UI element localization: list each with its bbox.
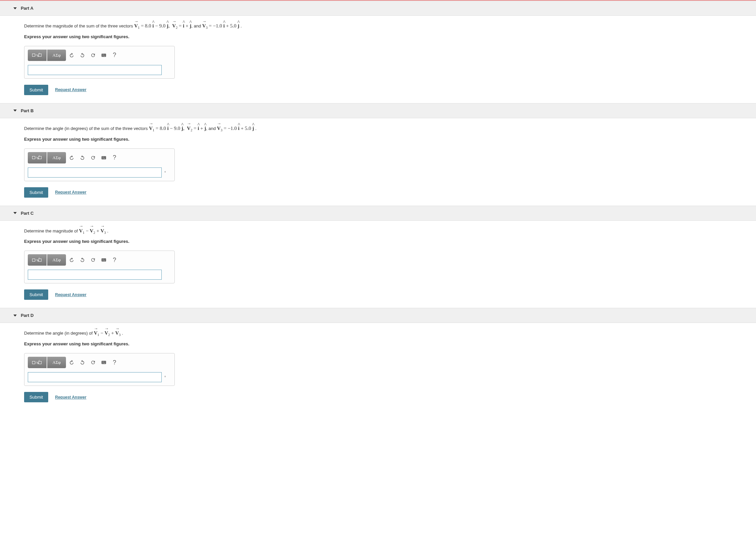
- part-d-question: Determine the angle (in degrees) of V1 −…: [24, 329, 749, 338]
- collapse-icon: [13, 212, 17, 214]
- part-d-actions: Submit Request Answer: [24, 392, 749, 402]
- keyboard-icon[interactable]: [99, 152, 109, 163]
- part-b-answer-input[interactable]: [28, 167, 162, 178]
- submit-button[interactable]: Submit: [24, 187, 48, 198]
- degree-unit: °: [164, 375, 166, 379]
- reset-icon[interactable]: [88, 50, 98, 61]
- collapse-icon: [13, 7, 17, 9]
- keyboard-icon[interactable]: [99, 357, 109, 368]
- help-icon[interactable]: ?: [109, 254, 120, 266]
- toolbar: □√ ΑΣφ ?: [28, 152, 171, 163]
- toolbar: □√ ΑΣφ ?: [28, 357, 171, 368]
- undo-icon[interactable]: [67, 152, 77, 163]
- reset-icon[interactable]: [88, 254, 98, 266]
- submit-button[interactable]: Submit: [24, 289, 48, 300]
- collapse-icon: [13, 315, 17, 317]
- degree-unit: °: [164, 171, 166, 175]
- part-a-question: Determine the magnitude of the sum of th…: [24, 22, 749, 31]
- undo-icon[interactable]: [67, 50, 77, 61]
- part-b-answer-box: □√ ΑΣφ ? °: [24, 148, 175, 181]
- part-c-answer-input[interactable]: [28, 270, 162, 280]
- part-d-instruction: Express your answer using two significan…: [24, 341, 749, 346]
- reset-icon[interactable]: [88, 357, 98, 368]
- part-a-container: Part A Determine the magnitude of the su…: [0, 1, 756, 103]
- part-d-container: Part D Determine the angle (in degrees) …: [0, 308, 756, 410]
- part-c-header[interactable]: Part C: [0, 206, 756, 221]
- part-a-actions: Submit Request Answer: [24, 85, 749, 95]
- help-icon[interactable]: ?: [109, 50, 120, 61]
- part-a-header[interactable]: Part A: [0, 1, 756, 16]
- submit-button[interactable]: Submit: [24, 85, 48, 95]
- part-d-label: Part D: [21, 313, 33, 318]
- redo-icon[interactable]: [77, 254, 87, 266]
- greek-button[interactable]: ΑΣφ: [47, 254, 66, 266]
- greek-button[interactable]: ΑΣφ: [47, 50, 66, 61]
- part-a-answer-input[interactable]: [28, 65, 162, 75]
- reset-icon[interactable]: [88, 152, 98, 163]
- keyboard-icon[interactable]: [99, 50, 109, 61]
- request-answer-link[interactable]: Request Answer: [55, 292, 86, 297]
- help-icon[interactable]: ?: [109, 357, 120, 368]
- redo-icon[interactable]: [77, 50, 87, 61]
- part-a-instruction: Express your answer using two significan…: [24, 34, 749, 39]
- templates-button[interactable]: □√: [28, 357, 47, 368]
- part-c-body: Determine the magnitude of V1 − V2 + V3 …: [0, 221, 756, 308]
- part-a-answer-box: □√ ΑΣφ ?: [24, 46, 175, 79]
- part-d-answer-box: □√ ΑΣφ ? °: [24, 353, 175, 386]
- part-c-actions: Submit Request Answer: [24, 289, 749, 300]
- part-b-body: Determine the angle (in degrees) of the …: [0, 118, 756, 206]
- part-a-body: Determine the magnitude of the sum of th…: [0, 16, 756, 103]
- help-icon[interactable]: ?: [109, 152, 120, 163]
- keyboard-icon[interactable]: [99, 254, 109, 266]
- templates-button[interactable]: □√: [28, 254, 47, 266]
- request-answer-link[interactable]: Request Answer: [55, 87, 86, 92]
- part-b-container: Part B Determine the angle (in degrees) …: [0, 103, 756, 206]
- part-a-label: Part A: [21, 6, 33, 11]
- redo-icon[interactable]: [77, 152, 87, 163]
- part-c-answer-box: □√ ΑΣφ ?: [24, 251, 175, 283]
- part-b-instruction: Express your answer using two significan…: [24, 137, 749, 142]
- undo-icon[interactable]: [67, 254, 77, 266]
- toolbar: □√ ΑΣφ ?: [28, 254, 171, 266]
- part-b-header[interactable]: Part B: [0, 103, 756, 118]
- greek-button[interactable]: ΑΣφ: [47, 152, 66, 163]
- templates-button[interactable]: □√: [28, 152, 47, 163]
- part-b-question: Determine the angle (in degrees) of the …: [24, 124, 749, 133]
- templates-button[interactable]: □√: [28, 50, 47, 61]
- collapse-icon: [13, 110, 17, 112]
- part-c-label: Part C: [21, 211, 33, 216]
- part-d-body: Determine the angle (in degrees) of V1 −…: [0, 323, 756, 410]
- request-answer-link[interactable]: Request Answer: [55, 190, 86, 195]
- toolbar: □√ ΑΣφ ?: [28, 50, 171, 61]
- redo-icon[interactable]: [77, 357, 87, 368]
- part-c-container: Part C Determine the magnitude of V1 − V…: [0, 206, 756, 308]
- part-b-label: Part B: [21, 108, 33, 113]
- undo-icon[interactable]: [67, 357, 77, 368]
- submit-button[interactable]: Submit: [24, 392, 48, 402]
- part-c-instruction: Express your answer using two significan…: [24, 239, 749, 244]
- part-c-question: Determine the magnitude of V1 − V2 + V3 …: [24, 227, 749, 236]
- part-d-answer-input[interactable]: [28, 372, 162, 382]
- request-answer-link[interactable]: Request Answer: [55, 395, 86, 400]
- greek-button[interactable]: ΑΣφ: [47, 357, 66, 368]
- part-b-actions: Submit Request Answer: [24, 187, 749, 198]
- part-d-header[interactable]: Part D: [0, 308, 756, 323]
